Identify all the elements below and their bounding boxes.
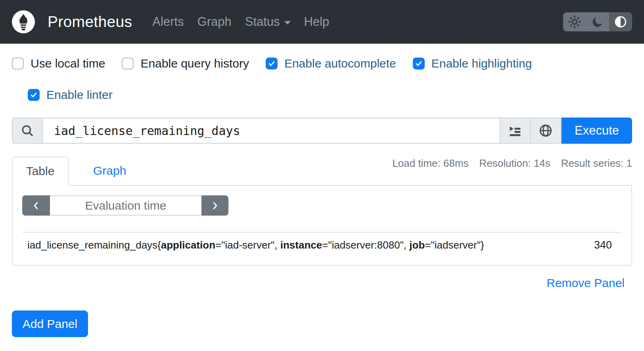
checkbox-box[interactable]: [266, 58, 278, 69]
main-nav: Alerts Graph Status Help: [146, 15, 336, 29]
checkbox-enable-linter[interactable]: Enable linter: [28, 88, 113, 102]
app-title[interactable]: Prometheus: [48, 13, 132, 31]
load-time-stat: Load time: 68ms: [392, 157, 468, 170]
table-panel: iad_license_remaining_days{application="…: [12, 185, 632, 266]
navbar: Prometheus Alerts Graph Status Help: [0, 0, 644, 44]
add-panel-button[interactable]: Add Panel: [12, 310, 88, 337]
circle-half-icon: [614, 15, 627, 29]
check-icon: [415, 60, 423, 68]
chevron-left-icon: [31, 201, 41, 211]
remove-panel-link[interactable]: Remove Panel: [546, 276, 625, 289]
query-input[interactable]: [43, 118, 500, 144]
checkbox-box[interactable]: [122, 58, 134, 69]
nav-item-status[interactable]: Status: [238, 15, 297, 29]
result-series-stat: Result series: 1: [561, 157, 632, 170]
checkbox-label: Enable linter: [46, 88, 113, 102]
checkbox-box[interactable]: [12, 58, 24, 69]
theme-auto-button[interactable]: [609, 12, 632, 31]
table-row: iad_license_remaining_days{application="…: [22, 232, 622, 258]
checkbox-enable-query-history[interactable]: Enable query history: [122, 57, 249, 70]
theme-dark-button[interactable]: [586, 12, 609, 31]
format-expression-icon: [508, 124, 522, 137]
nav-item-alerts[interactable]: Alerts: [146, 15, 190, 29]
checkbox-enable-highlighting[interactable]: Enable highlighting: [413, 57, 532, 70]
checkbox-label: Use local time: [31, 57, 105, 70]
metric-expression: iad_license_remaining_days{application="…: [27, 239, 484, 251]
evaluation-time-control: [22, 195, 228, 216]
execute-button[interactable]: Execute: [562, 118, 632, 144]
checkbox-box[interactable]: [28, 89, 40, 101]
checkbox-enable-autocomplete[interactable]: Enable autocomplete: [266, 57, 396, 70]
checkbox-box[interactable]: [413, 58, 425, 69]
evaluation-time-prev-button[interactable]: [22, 195, 50, 216]
prometheus-flame-icon: [15, 13, 32, 31]
result-tabbar: Table Graph Load time: 68ms Resolution: …: [12, 156, 632, 185]
options-row-1: Use local time Enable query history Enab…: [12, 57, 632, 70]
format-expression-button[interactable]: [500, 118, 531, 144]
prometheus-logo[interactable]: [12, 10, 35, 33]
sun-icon: [568, 15, 581, 29]
search-icon: [21, 124, 34, 137]
checkbox-use-local-time[interactable]: Use local time: [12, 57, 105, 70]
nav-item-help[interactable]: Help: [297, 15, 336, 29]
globe-icon: [539, 123, 553, 138]
theme-toggle-group: [563, 12, 632, 31]
query-bar: Execute: [12, 118, 632, 144]
query-stats: Load time: 68ms Resolution: 14s Result s…: [392, 157, 632, 170]
tab-table[interactable]: Table: [12, 156, 69, 186]
checkbox-label: Enable autocomplete: [284, 57, 396, 70]
moon-icon: [591, 15, 604, 28]
resolution-stat: Resolution: 14s: [479, 157, 550, 170]
checkbox-label: Enable query history: [140, 57, 249, 70]
remove-panel-row: Remove Panel: [0, 276, 625, 290]
caret-down-icon: [284, 21, 291, 25]
evaluation-time-next-button[interactable]: [201, 195, 228, 216]
search-addon: [12, 118, 43, 144]
options-row-2: Enable linter: [12, 88, 632, 102]
metric-value: 340: [594, 239, 612, 251]
evaluation-time-input[interactable]: [50, 195, 201, 216]
theme-light-button[interactable]: [563, 12, 586, 31]
check-icon: [30, 91, 38, 99]
tab-graph[interactable]: Graph: [93, 156, 126, 185]
nav-item-graph[interactable]: Graph: [191, 15, 238, 29]
local-time-globe-button[interactable]: [531, 118, 562, 144]
check-icon: [268, 60, 276, 68]
checkbox-label: Enable highlighting: [431, 57, 532, 70]
chevron-right-icon: [210, 201, 220, 211]
query-options: Use local time Enable query history Enab…: [12, 57, 632, 102]
